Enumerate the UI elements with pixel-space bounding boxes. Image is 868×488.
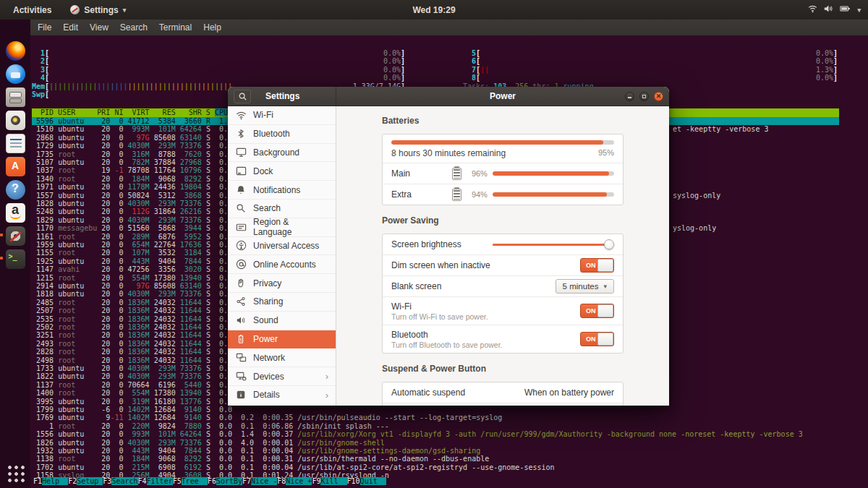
rhythmbox-icon — [6, 111, 25, 130]
fkey-f3[interactable]: F3Search — [103, 477, 137, 485]
battery-row-main: Main96% — [383, 163, 623, 184]
process-row[interactable]: 1138 root 20 0 184M 9068 8292 S 0.0 0.1 … — [32, 455, 839, 463]
universal-access-icon — [235, 240, 247, 252]
sidebar-item-search[interactable]: Search — [228, 200, 336, 218]
row-automatic-suspend[interactable]: Automatic suspendWhen on battery power — [383, 382, 623, 403]
dock-item-libreoffice-writer[interactable] — [4, 132, 26, 154]
slider-handle[interactable] — [604, 239, 614, 249]
dock-item-files[interactable] — [4, 86, 26, 108]
cpu-meter-2: 2[0.0%] — [32, 57, 405, 65]
dock-item-rhythmbox[interactable] — [4, 109, 26, 131]
sidebar-item-notifications[interactable]: Notifications — [228, 181, 336, 200]
dock-item-thunderbird[interactable] — [4, 63, 26, 85]
menu-help[interactable]: Help — [203, 22, 221, 33]
battery-remaining-label: 8 hours 30 minutes remaining — [391, 148, 506, 158]
menu-edit[interactable]: Edit — [63, 22, 78, 33]
menu-view[interactable]: View — [90, 22, 109, 33]
sidebar-item-sound[interactable]: Sound — [228, 312, 336, 330]
dock-item-help[interactable] — [4, 179, 26, 200]
menu-terminal[interactable]: Terminal — [159, 22, 192, 33]
sidebar-item-label: Dock — [253, 166, 273, 176]
dim-screen-when-inactive-toggle[interactable]: ON — [580, 258, 614, 273]
fkey-f7[interactable]: F7Nice - — [242, 477, 277, 485]
process-row[interactable]: 1799 ubuntu -6 0 1402M 12684 9140 S 0.0 — [32, 406, 839, 414]
sidebar-item-power[interactable]: Power — [228, 330, 336, 349]
volume-icon — [824, 4, 833, 15]
sidebar-item-label: Sharing — [253, 296, 283, 307]
activities-button[interactable]: Activities — [13, 5, 51, 15]
battery-name-label: Extra — [391, 189, 452, 200]
search-button[interactable] — [234, 90, 251, 103]
sidebar-item-label: Privacy — [253, 278, 281, 288]
row-when-the-power-button-is-pressed: When the Power Button is pressedPower Of… — [383, 403, 623, 406]
sidebar-item-devices[interactable]: Devices› — [228, 367, 336, 386]
toggle-state-label: ON — [586, 307, 596, 314]
sidebar-item-region-language[interactable]: Region & Language — [228, 218, 336, 237]
sidebar-item-online-accounts[interactable]: Online Accounts — [228, 255, 336, 274]
dock-item-ubuntu-software[interactable] — [4, 155, 26, 177]
sound-icon — [235, 314, 247, 326]
dock-item-amazon[interactable] — [4, 202, 26, 223]
combined-battery-bar — [391, 140, 614, 145]
sidebar-item-network[interactable]: Network — [228, 348, 336, 367]
settings-titlebar[interactable]: Settings Power ✕ — [228, 87, 669, 106]
libreoffice-writer-icon — [6, 134, 25, 153]
batteries-heading: Batteries — [382, 116, 624, 126]
dock-item-firefox[interactable] — [4, 40, 26, 61]
show-apps-button[interactable] — [6, 463, 25, 482]
bluetooth-toggle[interactable]: ON — [580, 332, 614, 346]
blank-screen-dropdown[interactable]: 5 minutes▾ — [556, 279, 614, 294]
sidebar-item-bluetooth[interactable]: Bluetooth — [228, 125, 336, 144]
sidebar-item-background[interactable]: Background — [228, 144, 336, 163]
process-row[interactable]: 1556 ubuntu 20 0 993M 101M 64264 S 0.0 1… — [32, 430, 839, 438]
desktop: 1[0.0%] 2[0.0%] 3[0.0%] 4[0.0%] 5[0.0%] … — [0, 0, 868, 488]
process-row[interactable]: 1 root 20 0 220M 9824 7880 S 0.0 0.1 0:0… — [32, 422, 839, 430]
system-tray[interactable]: ▾ — [808, 0, 861, 20]
process-row[interactable]: 1702 ubuntu 20 0 215M 6908 6192 S 0.0 0.… — [32, 463, 839, 471]
automatic-suspend-value[interactable]: When on battery power — [524, 388, 614, 398]
menu-search[interactable]: Search — [120, 22, 148, 33]
clock[interactable]: Wed 19:29 — [412, 5, 455, 15]
wi-fi-toggle[interactable]: ON — [580, 304, 614, 318]
fkey-f6[interactable]: F6SortBy — [208, 477, 242, 485]
fkey-f1[interactable]: F1Help — [33, 477, 68, 485]
fkey-f8[interactable]: F8Nice + — [277, 477, 312, 485]
sidebar-item-sharing[interactable]: Sharing — [228, 293, 336, 312]
htop-function-bar: F1Help F2Setup F3SearchF4FilterF5Tree F6… — [33, 477, 386, 487]
search-icon — [235, 202, 247, 214]
process-command-fragment: yslog-only — [673, 224, 716, 232]
battery-name-label: Main — [391, 168, 452, 179]
battery-percent-label: 94% — [472, 190, 493, 199]
menu-file[interactable]: File — [38, 22, 51, 33]
sharing-icon — [235, 296, 247, 307]
process-row[interactable]: 1826 ubuntu 20 0 4030M 293M 73376 S 0.0 … — [32, 439, 839, 447]
wifi-icon — [235, 109, 247, 121]
fkey-f5[interactable]: F5Tree — [173, 477, 208, 485]
fkey-f10[interactable]: F10Quit — [347, 477, 386, 485]
row-label: Wi-Fi — [391, 301, 488, 312]
sidebar-item-wi-fi[interactable]: Wi-Fi — [228, 106, 336, 125]
sidebar-item-label: Background — [253, 147, 299, 158]
close-button[interactable]: ✕ — [654, 92, 663, 101]
maximize-button[interactable] — [639, 92, 649, 101]
ubuntu-software-icon — [6, 157, 25, 176]
sidebar-item-dock[interactable]: Dock — [228, 162, 336, 181]
fkey-f2[interactable]: F2Setup — [68, 477, 103, 485]
minimize-button[interactable] — [625, 92, 634, 101]
fkey-f9[interactable]: F9Kill — [312, 477, 346, 485]
process-row[interactable]: 1932 ubuntu 20 0 443M 9404 7844 S 0.0 0.… — [32, 447, 839, 455]
process-command-fragment: et -keeptty -verbose 3 — [673, 125, 768, 133]
dock-item-settings[interactable] — [4, 225, 26, 247]
settings-app-icon — [70, 5, 80, 14]
sidebar-item-universal-access[interactable]: Universal Access — [228, 237, 336, 256]
screen-brightness-slider[interactable] — [493, 239, 614, 250]
fkey-f4[interactable]: F4Filter — [138, 477, 173, 485]
app-menu-button[interactable]: Settings ▾ — [70, 5, 126, 15]
process-row[interactable]: 1769 ubuntu 9-11 1402M 12684 9140 S 0.0 … — [32, 414, 839, 421]
chevron-down-icon: ▾ — [123, 7, 127, 14]
sidebar-item-privacy[interactable]: Privacy — [228, 274, 336, 293]
dock-item-terminal[interactable] — [4, 248, 26, 270]
terminal-menubar: FileEditViewSearchTerminalHelp — [30, 20, 868, 35]
sidebar-item-details[interactable]: Details› — [228, 386, 336, 405]
online-accounts-icon — [235, 259, 247, 270]
